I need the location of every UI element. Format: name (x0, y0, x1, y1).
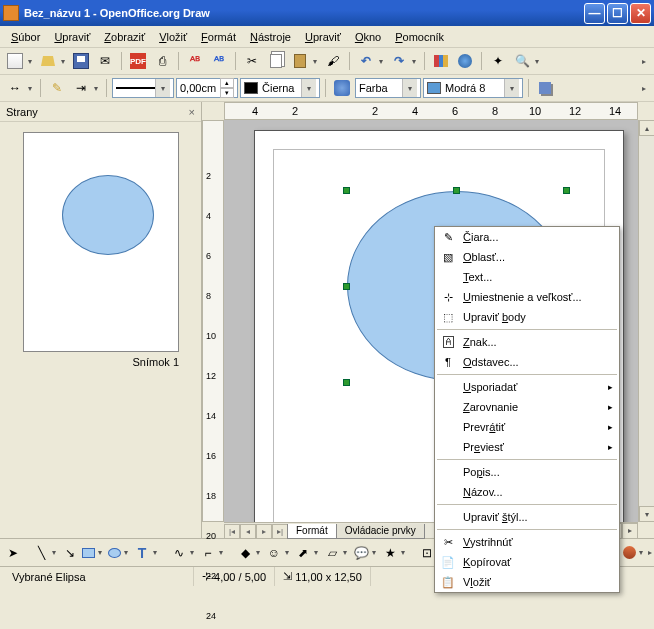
status-selection-text: Vybrané Elipsa (12, 571, 86, 583)
curve-tool[interactable]: ∿ (170, 542, 188, 564)
chart-button[interactable] (430, 50, 452, 72)
callout-tool[interactable]: 💬 (352, 542, 370, 564)
redo-button[interactable]: ↷ (388, 50, 410, 72)
export-pdf-button[interactable]: PDF (127, 50, 149, 72)
ctx-prevrátiť[interactable]: Prevrátiť (435, 417, 619, 437)
ctx-odstavec[interactable]: ¶Odstavec... (435, 352, 619, 372)
sheet-tab[interactable]: Ovládacie prvky (336, 524, 425, 539)
drawing-toolbar-overflow[interactable]: ▸ (648, 548, 652, 557)
3d-button[interactable] (622, 542, 637, 564)
ctx-upraviťbody[interactable]: ⬚Upraviť body (435, 307, 619, 327)
zoom-button[interactable]: 🔍 (511, 50, 533, 72)
ctx-vystrihnúť[interactable]: ✂Vystrihnúť (435, 532, 619, 552)
scroll-down-button[interactable]: ▾ (639, 506, 654, 522)
ctx-čiara[interactable]: ✎Čiara... (435, 227, 619, 247)
selection-handle[interactable] (343, 283, 350, 290)
menu-nástroje[interactable]: Nástroje (243, 28, 298, 46)
scroll-up-button[interactable]: ▴ (639, 120, 654, 136)
minimize-button[interactable]: — (584, 3, 605, 24)
area-dialog-button[interactable] (331, 77, 353, 99)
fill-mode-label: Farba (359, 82, 388, 94)
selection-handle[interactable] (453, 187, 460, 194)
tab-nav-button[interactable]: ▸| (272, 524, 288, 539)
slides-panel-close[interactable]: × (189, 106, 195, 118)
ctx-popis[interactable]: Popis... (435, 462, 619, 482)
ctx-názov[interactable]: Názov... (435, 482, 619, 502)
ctx-umiestnenieaveľkosť[interactable]: ⊹Umiestnenie a veľkosť... (435, 287, 619, 307)
text-tool[interactable]: T (133, 542, 151, 564)
menu-pomocník[interactable]: Pomocník (388, 28, 451, 46)
fill-color-combo[interactable]: Modrá 8▾ (423, 78, 523, 98)
ctx-zarovnanie[interactable]: Zarovnanie (435, 397, 619, 417)
line-tool[interactable]: ╲ (32, 542, 50, 564)
tab-nav-button[interactable]: |◂ (224, 524, 240, 539)
line-style-combo[interactable]: ▾ (112, 78, 174, 98)
save-button[interactable] (70, 50, 92, 72)
ctx-oblasť[interactable]: ▧Oblasť... (435, 247, 619, 267)
tab-nav-button[interactable]: ▸ (256, 524, 272, 539)
line-width-combo[interactable]: 0,00cm▴▾ (176, 78, 238, 98)
open-button[interactable] (37, 50, 59, 72)
ctx-usporiadať[interactable]: Usporiadať (435, 377, 619, 397)
maximize-button[interactable]: ☐ (607, 3, 628, 24)
line-arrow-tool[interactable]: ↘ (61, 542, 79, 564)
sheet-tab[interactable]: Formát (287, 524, 337, 539)
arrow-style-button[interactable]: ↔ (4, 77, 26, 99)
sheet-tabs: |◂◂▸▸|FormátOvládacie prvky (224, 523, 425, 539)
connector-tool[interactable]: ⌐ (199, 542, 217, 564)
tab-nav-button[interactable]: ◂ (240, 524, 256, 539)
horizontal-ruler[interactable]: 4224681012141618202224 (224, 102, 638, 120)
format-paintbrush-button[interactable]: 🖌 (322, 50, 344, 72)
selection-handle[interactable] (343, 379, 350, 386)
window-titlebar: Bez_názvu 1 - OpenOffice.org Draw — ☐ ✕ (0, 0, 654, 26)
navigator-button[interactable]: ✦ (487, 50, 509, 72)
hyperlink-button[interactable] (454, 50, 476, 72)
selection-handle[interactable] (343, 187, 350, 194)
selection-handle[interactable] (563, 187, 570, 194)
ctx-text[interactable]: Text... (435, 267, 619, 287)
line-color-label: Čierna (262, 82, 294, 94)
scroll-right-button[interactable]: ▸ (622, 523, 638, 539)
arrow-ends-button[interactable]: ⇥ (70, 77, 92, 99)
ctx-kopírovať[interactable]: 📄Kopírovať (435, 552, 619, 572)
cut-button[interactable]: ✂ (241, 50, 263, 72)
mail-button[interactable]: ✉ (94, 50, 116, 72)
menu-upraviť[interactable]: Upraviť (298, 28, 348, 46)
vertical-ruler[interactable]: 246810121416182022242628 (202, 120, 224, 522)
flowchart-tool[interactable]: ▱ (323, 542, 341, 564)
spellcheck-button[interactable]: ᴬᴮ (184, 50, 206, 72)
toolbar2-overflow[interactable]: ▸ (638, 84, 650, 93)
new-button[interactable] (4, 50, 26, 72)
shadow-button[interactable] (534, 77, 556, 99)
block-arrows-tool[interactable]: ⬈ (294, 542, 312, 564)
vertical-scrollbar[interactable]: ▴ ▾ (638, 120, 654, 522)
menu-súbor[interactable]: Súbor (4, 28, 47, 46)
ctx-vložiť[interactable]: 📋Vložiť (435, 572, 619, 592)
autospell-button[interactable]: ᴬᴮ (208, 50, 230, 72)
page-thumbnail[interactable] (23, 132, 179, 352)
line-dialog-button[interactable]: ✎ (46, 77, 68, 99)
rectangle-tool[interactable] (81, 542, 96, 564)
line-color-combo[interactable]: Čierna▾ (240, 78, 320, 98)
print-button[interactable]: ⎙ (151, 50, 173, 72)
fill-mode-combo[interactable]: Farba▾ (355, 78, 421, 98)
ctx-previesť[interactable]: Previesť (435, 437, 619, 457)
copy-button[interactable] (265, 50, 287, 72)
menu-vložiť[interactable]: Vložiť (152, 28, 194, 46)
basic-shapes-tool[interactable]: ◆ (236, 542, 254, 564)
undo-button[interactable]: ↶ (355, 50, 377, 72)
menu-upraviť[interactable]: Upraviť (47, 28, 97, 46)
menu-formát[interactable]: Formát (194, 28, 243, 46)
menu-okno[interactable]: Okno (348, 28, 388, 46)
close-button[interactable]: ✕ (630, 3, 651, 24)
ctx-znak[interactable]: 🄰Znak... (435, 332, 619, 352)
stars-tool[interactable]: ★ (381, 542, 399, 564)
ctx-upraviťštýl[interactable]: Upraviť štýl... (435, 507, 619, 527)
toolbar-overflow[interactable]: ▸ (638, 57, 650, 66)
pointer-tool[interactable]: ➤ (4, 542, 22, 564)
symbol-shapes-tool[interactable]: ☺ (265, 542, 283, 564)
ellipse-tool[interactable] (107, 542, 122, 564)
paste-button[interactable] (289, 50, 311, 72)
menu-zobraziť[interactable]: Zobraziť (97, 28, 152, 46)
line-fill-toolbar: ↔ ✎ ⇥ ▾ 0,00cm▴▾ Čierna▾ Farba▾ Modrá 8▾… (0, 75, 654, 102)
